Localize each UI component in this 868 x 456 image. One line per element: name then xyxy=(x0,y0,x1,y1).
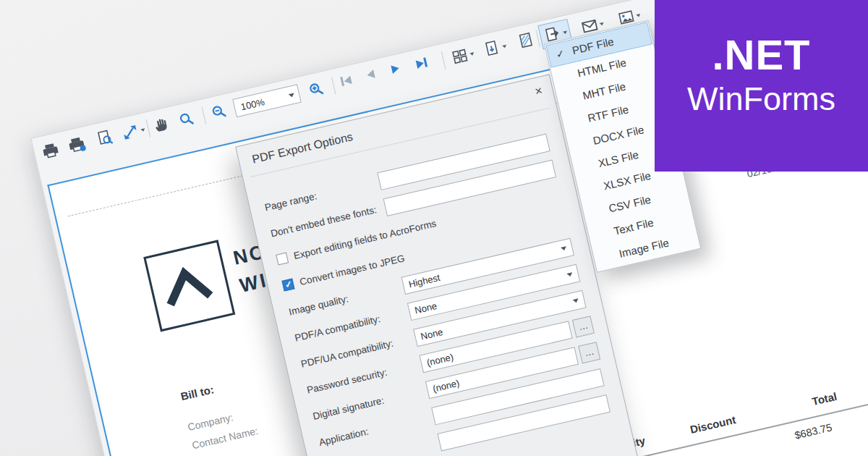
badge-subtitle: WinForms xyxy=(655,80,868,118)
magnifier-icon[interactable] xyxy=(176,109,197,130)
combo-dropdown-icon[interactable] xyxy=(561,246,567,251)
export-image-dropdown-icon[interactable] xyxy=(636,14,641,17)
export-document-icon[interactable] xyxy=(482,38,503,59)
multi-page-view-icon[interactable] xyxy=(450,46,471,67)
digital-signature-ellipsis-button[interactable]: … xyxy=(578,342,600,363)
close-icon[interactable] xyxy=(534,83,544,99)
multi-page-dropdown-icon[interactable] xyxy=(469,52,475,56)
company-label: Company: xyxy=(187,411,234,433)
mountain-chevron-icon xyxy=(146,243,228,325)
hand-tool-icon[interactable] xyxy=(150,115,171,136)
watermark-icon[interactable] xyxy=(516,30,537,51)
bill-to-label: Bill to: xyxy=(179,383,215,402)
dotnet-winforms-badge: .NET WinForms xyxy=(655,0,868,172)
quick-print-icon[interactable] xyxy=(67,135,88,156)
acroforms-checkbox[interactable] xyxy=(276,253,289,266)
toolbar-separator xyxy=(202,107,207,125)
last-page-icon[interactable] xyxy=(416,57,428,69)
password-security-ellipsis-button[interactable]: … xyxy=(572,316,595,337)
zoom-level-value: 100% xyxy=(239,96,265,112)
print-preview-icon[interactable] xyxy=(95,128,116,149)
screenshot-stage: 100% xyxy=(0,0,868,456)
convert-images-jpeg-checkbox[interactable] xyxy=(281,279,294,292)
next-page-icon[interactable] xyxy=(391,64,399,74)
badge-title: .NET xyxy=(655,30,868,79)
total-value: $683.75 xyxy=(793,421,833,441)
table-header-discount: Discount xyxy=(689,413,736,436)
send-email-dropdown-icon[interactable] xyxy=(600,22,605,26)
toolbar-separator xyxy=(441,51,446,69)
previous-page-icon[interactable] xyxy=(366,69,375,80)
zoom-scale-dropdown-icon[interactable] xyxy=(140,128,145,132)
zoom-dropdown-icon[interactable] xyxy=(289,93,295,98)
print-icon[interactable] xyxy=(40,140,61,161)
export-document-dropdown-icon[interactable] xyxy=(502,45,507,48)
zoom-level-combo[interactable]: 100% xyxy=(232,84,301,117)
zoom-scale-icon[interactable] xyxy=(120,122,141,143)
combo-dropdown-icon[interactable] xyxy=(566,272,573,277)
zoom-in-icon[interactable] xyxy=(306,79,327,100)
combo-dropdown-icon[interactable] xyxy=(573,298,579,303)
first-page-icon[interactable] xyxy=(340,75,352,86)
toolbar-separator xyxy=(146,119,151,138)
zoom-out-icon[interactable] xyxy=(208,101,229,122)
table-header-total: Total xyxy=(811,390,838,408)
northwind-logo xyxy=(143,240,235,332)
toolbar-separator xyxy=(331,77,336,95)
